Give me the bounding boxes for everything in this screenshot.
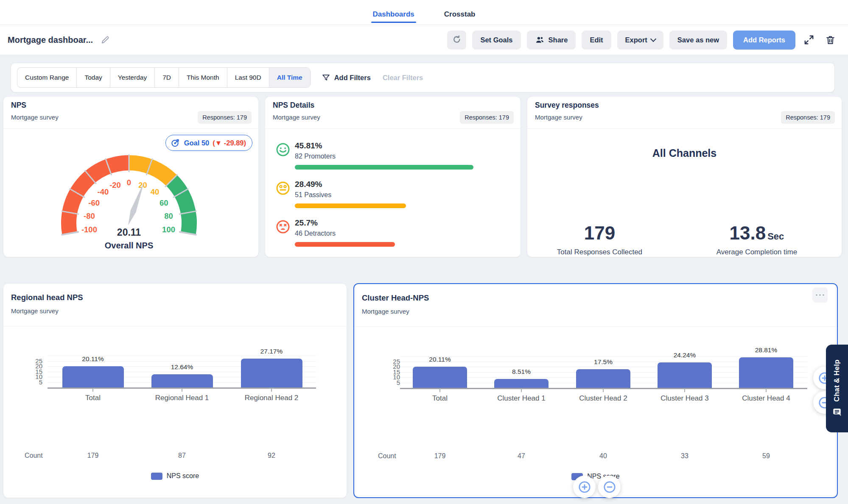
range-custom-range[interactable]: Custom Range: [17, 68, 77, 87]
y-axis-tick-label: 5: [25, 379, 42, 385]
category-label: Total: [46, 394, 140, 402]
survey-responses-header: Survey responses Mortgage survey Respons…: [527, 97, 842, 121]
x-axis-tick: [439, 389, 440, 392]
svg-text:60: 60: [160, 198, 168, 207]
tab-dashboards-label: Dashboards: [373, 10, 414, 18]
chat-bubble-icon: [831, 407, 842, 418]
clear-filters-button[interactable]: Clear Filters: [383, 74, 423, 82]
zoom-in-icon: [577, 480, 592, 494]
survey-responses-title: Survey responses: [535, 101, 835, 110]
pencil-icon: [101, 35, 110, 45]
fullscreen-button[interactable]: [801, 31, 817, 48]
cluster-more-options-button[interactable]: [812, 287, 828, 303]
nps-goal-pill[interactable]: Goal 50 (▼ -29.89): [165, 135, 252, 151]
total-responses-stat: 179 Total Responses Collected: [527, 223, 672, 256]
bar-value-label: 17.5%: [574, 358, 633, 366]
bar-cluster-head-4[interactable]: [739, 357, 793, 388]
count-row-label: Count: [25, 452, 43, 459]
promoters-percent: 45.81%: [295, 141, 516, 150]
survey-responses-body: All Channels 179 Total Responses Collect…: [527, 128, 842, 257]
cluster-legend[interactable]: NPS score: [354, 473, 837, 480]
nps-details-responses-badge: Responses: 179: [460, 111, 514, 124]
dashboard-page: Dashboards Crosstab Mortgage dashboar...…: [0, 0, 848, 504]
detractors-row: 25.7% 46 Detractors: [275, 218, 514, 247]
export-button[interactable]: Export: [617, 31, 663, 50]
count-value: 40: [584, 452, 622, 460]
all-channels-title: All Channels: [527, 147, 842, 159]
edit-label: Edit: [590, 36, 603, 44]
count-value: 47: [502, 452, 540, 460]
chat-help-tab[interactable]: Chat & Help: [826, 345, 848, 432]
range-all-time[interactable]: All Time: [269, 68, 310, 87]
category-label: Regional Head 2: [225, 394, 318, 402]
regional-head-nps-card[interactable]: Regional head NPS Mortgage survey NPS sc…: [3, 283, 347, 498]
range-last-90d[interactable]: Last 90D: [227, 68, 269, 87]
bar-cluster-head-1[interactable]: [494, 379, 549, 388]
save-as-new-button[interactable]: Save as new: [669, 31, 727, 50]
nps-details-header: NPS Details Mortgage survey Responses: 1…: [265, 97, 521, 121]
bar-value-label: 27.17%: [242, 348, 301, 355]
save-as-new-label: Save as new: [677, 36, 719, 44]
svg-text:20.11: 20.11: [117, 227, 141, 238]
refresh-button[interactable]: [447, 31, 466, 50]
chevron-down-icon: [650, 36, 656, 42]
range-this-month[interactable]: This Month: [179, 68, 227, 87]
x-axis-tick: [766, 389, 767, 392]
survey-responses-badge: Responses: 179: [781, 111, 835, 124]
range-yesterday[interactable]: Yesterday: [110, 68, 155, 87]
add-filters-button[interactable]: Add Filters: [322, 73, 371, 82]
bar-value-label: 12.64%: [152, 363, 212, 371]
tab-dashboards[interactable]: Dashboards: [371, 10, 416, 25]
edit-button[interactable]: Edit: [582, 31, 611, 50]
nps-score-swatch: [151, 473, 162, 480]
share-button[interactable]: Share: [527, 31, 576, 50]
total-responses-caption: Total Responses Collected: [527, 248, 672, 256]
dashboard-toolbar: Mortgage dashboar... Set Goals Share Edi…: [0, 25, 848, 55]
chart-zoom-out-button[interactable]: [598, 476, 621, 498]
nps-score-legend-label: NPS score: [167, 472, 199, 480]
bar-total[interactable]: [413, 367, 467, 388]
cluster-header: Cluster Head-NPS Mortgage survey: [354, 284, 837, 315]
promoters-row: 45.81% 82 Promoters: [275, 141, 514, 170]
category-label: Regional Head 1: [135, 394, 229, 402]
bar-regional-head-1[interactable]: [151, 374, 213, 387]
x-axis-tick: [271, 388, 272, 392]
bar-total[interactable]: [62, 366, 124, 387]
x-axis-tick: [684, 389, 685, 392]
bar-cluster-head-3[interactable]: [658, 362, 712, 388]
bar-cluster-head-2[interactable]: [576, 369, 630, 388]
tab-crosstab[interactable]: Crosstab: [442, 10, 477, 25]
range-today[interactable]: Today: [77, 68, 110, 87]
cluster-head-nps-card[interactable]: Cluster Head-NPS Mortgage survey NPS sco…: [353, 283, 838, 498]
delete-dashboard-button[interactable]: [823, 31, 838, 48]
bar-value-label: 8.51%: [492, 368, 551, 376]
regional-legend[interactable]: NPS score: [3, 472, 347, 480]
chat-help-label: Chat & Help: [833, 359, 841, 402]
survey-responses-card[interactable]: Survey responses Mortgage survey Respons…: [527, 96, 842, 257]
add-reports-button[interactable]: Add Reports: [733, 31, 795, 50]
filter-bar: Custom RangeTodayYesterday7DThis MonthLa…: [11, 63, 835, 92]
category-label: Cluster Head 1: [475, 394, 568, 403]
promoters-bar: [295, 165, 473, 170]
passives-bar: [295, 203, 406, 208]
tab-crosstab-label: Crosstab: [444, 10, 476, 18]
count-value: 92: [252, 452, 291, 459]
dashboard-title: Mortgage dashboar...: [8, 35, 93, 45]
x-axis-tick: [603, 389, 604, 392]
passive-face-icon: [275, 181, 291, 196]
toolbar-actions: Set Goals Share Edit Export Save as new …: [447, 31, 838, 50]
count-value: 179: [74, 452, 112, 459]
range-7d[interactable]: 7D: [155, 68, 179, 87]
set-goals-button[interactable]: Set Goals: [472, 31, 521, 50]
nps-card[interactable]: NPS Mortgage survey Responses: 179 Goal …: [3, 96, 259, 257]
nps-details-card[interactable]: NPS Details Mortgage survey Responses: 1…: [265, 96, 521, 257]
chart-zoom-in-button[interactable]: [573, 476, 596, 498]
bar-regional-head-2[interactable]: [241, 359, 302, 387]
promoters-label: 82 Promoters: [295, 153, 516, 160]
svg-text:-60: -60: [88, 198, 100, 207]
count-value: 179: [421, 452, 459, 460]
export-label: Export: [625, 36, 647, 44]
total-responses-value: 179: [584, 223, 615, 243]
passives-label: 51 Passives: [295, 191, 516, 199]
rename-dashboard-button[interactable]: [101, 35, 110, 45]
